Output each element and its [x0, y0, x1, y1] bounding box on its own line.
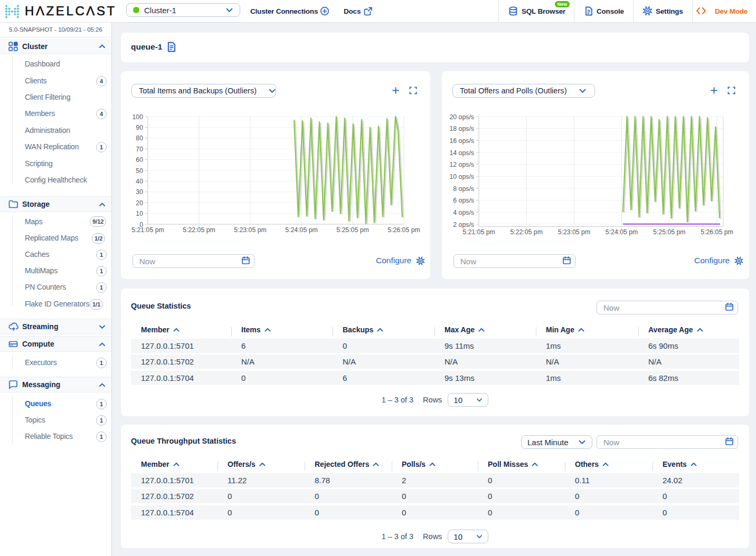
svg-text:90: 90 — [136, 124, 143, 131]
svg-text:5:22:05 pm: 5:22:05 pm — [183, 226, 215, 234]
svg-text:5:24:05 pm: 5:24:05 pm — [606, 228, 638, 236]
svg-text:10: 10 — [136, 210, 143, 217]
svg-text:12 ops/s: 12 ops/s — [450, 161, 475, 168]
svg-text:5:25:05 pm: 5:25:05 pm — [336, 226, 369, 234]
svg-text:8 ops/s: 8 ops/s — [453, 185, 474, 193]
svg-text:60: 60 — [136, 156, 143, 164]
svg-text:5:22:05 pm: 5:22:05 pm — [510, 228, 543, 236]
svg-text:5:25:05 pm: 5:25:05 pm — [653, 228, 686, 236]
svg-text:100: 100 — [132, 113, 143, 121]
svg-text:18 ops/s: 18 ops/s — [450, 125, 475, 132]
svg-text:6 ops/s: 6 ops/s — [453, 197, 474, 204]
svg-text:5:23:05 pm: 5:23:05 pm — [558, 228, 591, 236]
svg-text:5:23:05 pm: 5:23:05 pm — [234, 226, 267, 234]
svg-text:20 ops/s: 20 ops/s — [450, 113, 475, 121]
svg-text:50: 50 — [136, 167, 143, 175]
svg-text:80: 80 — [136, 135, 143, 142]
svg-text:14 ops/s: 14 ops/s — [450, 149, 475, 157]
svg-text:2 ops/s: 2 ops/s — [453, 221, 474, 228]
svg-text:5:21:05 pm: 5:21:05 pm — [462, 228, 495, 236]
svg-text:40: 40 — [136, 178, 143, 185]
svg-text:70: 70 — [136, 146, 143, 153]
svg-text:20: 20 — [136, 199, 143, 207]
svg-text:5:24:05 pm: 5:24:05 pm — [285, 226, 318, 234]
svg-text:5:21:05 pm: 5:21:05 pm — [131, 226, 164, 234]
svg-text:5:26:05 pm: 5:26:05 pm — [701, 228, 733, 236]
svg-text:30: 30 — [136, 188, 143, 196]
svg-text:10 ops/s: 10 ops/s — [450, 173, 475, 180]
svg-text:16 ops/s: 16 ops/s — [450, 137, 475, 145]
svg-text:5:26:05 pm: 5:26:05 pm — [388, 226, 420, 234]
svg-text:4 ops/s: 4 ops/s — [453, 209, 474, 216]
